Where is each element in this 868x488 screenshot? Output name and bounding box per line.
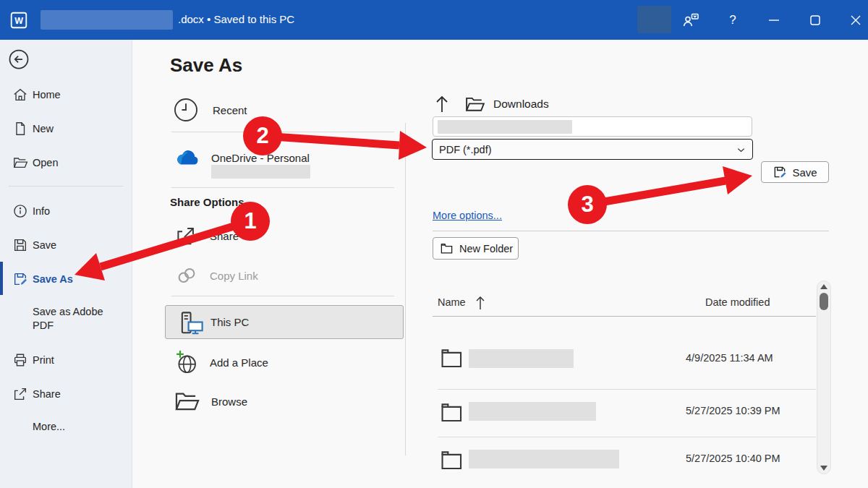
page-title: Save As (170, 54, 242, 77)
folder-icon (440, 401, 464, 424)
scroll-down-arrow-icon[interactable] (820, 466, 827, 471)
redacted-account-email (211, 165, 310, 179)
folder-icon (440, 241, 454, 255)
folder-icon (440, 346, 464, 369)
place-browse[interactable]: Browse (174, 389, 247, 414)
sidebar-item-print[interactable]: Print (0, 348, 132, 372)
file-row[interactable]: 5/27/2025 10:40 PM (438, 432, 814, 480)
place-recent[interactable]: Recent (172, 96, 247, 124)
save-button[interactable]: Save (761, 161, 829, 183)
panel-divider (405, 123, 406, 455)
presenter-button[interactable] (678, 9, 703, 32)
sidebar-item-label: Print (33, 354, 54, 366)
doc-extension: .docx (178, 13, 204, 25)
info-icon (12, 203, 28, 219)
current-folder-label[interactable]: Downloads (493, 98, 549, 111)
word-save-as-backstage: W .docx • Saved to this PC ? (0, 0, 868, 488)
open-folder-icon (12, 155, 28, 171)
new-folder-button[interactable]: New Folder (433, 237, 519, 260)
scroll-up-arrow-icon[interactable] (820, 284, 827, 289)
sort-ascending-icon (474, 295, 487, 309)
step-3-badge: 3 (568, 185, 607, 224)
sidebar-item-open[interactable]: Open (0, 150, 132, 175)
window-title: .docx • Saved to this PC (178, 13, 294, 25)
clock-icon (172, 96, 200, 124)
home-icon (12, 87, 28, 103)
middle-divider (171, 132, 394, 132)
new-document-icon (12, 121, 28, 137)
more-options-link[interactable]: More options... (433, 210, 502, 221)
redacted-folder-name (469, 450, 619, 468)
redacted-folder-name (469, 402, 596, 421)
file-row-date: 5/27/2025 10:40 PM (686, 453, 780, 464)
file-row[interactable]: 4/9/2025 11:34 AM (438, 336, 814, 380)
sidebar-item-label: Open (33, 157, 58, 168)
share-option-label: Copy Link (210, 270, 258, 282)
save-as-icon (773, 165, 787, 179)
file-list-header: Name Date modified (438, 296, 814, 312)
place-label: Add a Place (210, 356, 268, 369)
place-label: Recent (213, 104, 247, 116)
save-as-icon (12, 271, 28, 287)
sidebar-item-save[interactable]: Save (0, 233, 132, 257)
redacted-filename (41, 10, 173, 30)
this-pc-icon (178, 310, 205, 336)
browse-folder-icon (174, 389, 201, 414)
place-this-pc[interactable]: This PC (165, 305, 404, 339)
place-add-a-place[interactable]: Add a Place (174, 348, 268, 376)
sidebar-item-label: Save (33, 239, 56, 251)
sidebar-item-share[interactable]: Share (0, 382, 132, 406)
file-type-dropdown[interactable]: PDF (*.pdf) (432, 139, 753, 160)
sidebar-item-save-as[interactable]: Save As (0, 267, 132, 291)
sidebar-divider (9, 186, 123, 187)
location-row: Downloads (434, 95, 549, 114)
close-button[interactable] (843, 9, 868, 32)
sidebar-item-info[interactable]: Info (0, 199, 132, 223)
sidebar-item-label: Save As (33, 273, 73, 285)
link-icon (174, 264, 200, 287)
save-button-label: Save (792, 166, 817, 179)
place-label: OneDrive - Personal (211, 152, 310, 164)
sidebar-item-new[interactable]: New (0, 116, 132, 141)
new-folder-label: New Folder (459, 243, 513, 254)
sidebar-item-home[interactable]: Home (0, 82, 132, 107)
section-divider (433, 231, 829, 231)
scrollbar-thumb[interactable] (820, 293, 828, 310)
word-logo-icon: W (9, 11, 28, 30)
up-directory-button[interactable] (434, 95, 450, 114)
help-button[interactable]: ? (720, 9, 745, 32)
title-bar: W .docx • Saved to this PC ? (0, 0, 868, 40)
maximize-button[interactable] (803, 9, 827, 32)
file-list-scrollbar[interactable] (817, 281, 831, 474)
filename-input[interactable] (433, 116, 752, 137)
sidebar-item-save-adobe-pdf[interactable]: Save as Adobe PDF (33, 305, 114, 333)
share-arrow-icon (174, 223, 198, 249)
sidebar-item-label: Home (33, 89, 61, 100)
share-option-share[interactable]: Share (174, 223, 239, 249)
help-glyph: ? (729, 13, 736, 27)
date-modified-column-header[interactable]: Date modified (705, 296, 770, 308)
title-bullet: • (207, 13, 210, 25)
middle-divider (171, 187, 394, 188)
share-option-copy-link[interactable]: Copy Link (174, 264, 258, 287)
chevron-down-icon (736, 145, 746, 155)
sidebar-item-more[interactable]: More... (33, 421, 65, 432)
header-divider (433, 316, 816, 317)
file-row[interactable]: 5/27/2025 10:39 PM (438, 385, 814, 432)
minimize-button[interactable] (762, 9, 786, 32)
middle-divider (171, 296, 394, 296)
share-option-label: Share (210, 230, 239, 242)
name-column-header[interactable]: Name (438, 296, 466, 308)
onedrive-cloud-icon (174, 147, 201, 168)
redacted-folder-name (469, 349, 574, 368)
file-type-value: PDF (*.pdf) (439, 144, 492, 155)
place-label: Browse (211, 395, 247, 408)
redacted-filename-value (438, 120, 572, 134)
back-button[interactable] (8, 48, 30, 70)
sidebar-item-label: New (33, 123, 54, 134)
share-options-header: Share Options (170, 196, 244, 208)
file-row-date: 5/27/2025 10:39 PM (686, 405, 780, 416)
folder-icon (440, 448, 464, 471)
save-status: Saved to this PC (213, 13, 294, 25)
downloads-folder-icon (464, 95, 486, 114)
